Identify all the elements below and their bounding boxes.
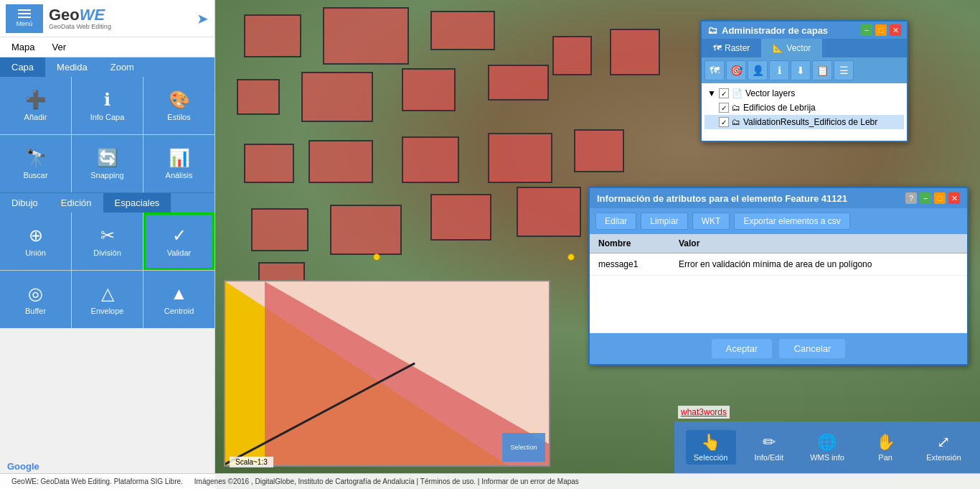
menu-button[interactable]: Menú [6, 4, 43, 33]
logo-we: WE [80, 6, 105, 24]
analisis-label: Análisis [166, 171, 193, 180]
cancelar-button[interactable]: Cancelar [779, 339, 845, 358]
scale-bar: Scala~1:3 [230, 457, 273, 467]
minimize-button[interactable]: − [861, 24, 872, 36]
hamburger-line [18, 17, 31, 18]
building-overlay [244, 144, 294, 183]
tree-arrow: ▼ [707, 88, 716, 98]
envelope-icon: △ [101, 284, 114, 304]
info-edit-tool[interactable]: ✏ Info/Edit [744, 430, 794, 465]
table-row: message1 Error en validación mínima de a… [590, 253, 967, 276]
tab-zoom[interactable]: Zoom [99, 57, 146, 77]
layer-tree-root: ▼ ✓ 📄 Vector layers [705, 86, 904, 101]
capa-icon-grid: ➕ Añadir ℹ Info Capa 🎨 Estilos 🔭 Buscar … [0, 77, 215, 192]
snapping-icon: 🔄 [97, 148, 118, 168]
wms-info-tool[interactable]: 🌐 WMS info [802, 430, 852, 465]
centroid-label: Centroid [164, 307, 194, 315]
layer-tool-download[interactable]: ⬇ [791, 60, 811, 80]
tab-dibujo[interactable]: Dibujo [0, 193, 50, 213]
building-overlay [430, 194, 491, 241]
layer-tool-map[interactable]: 🗺 [705, 60, 725, 80]
tab-medida[interactable]: Medida [45, 57, 99, 77]
seleccion-tool[interactable]: 👆 Selección [686, 430, 736, 465]
mini-map-label: Selection [510, 444, 537, 451]
layer-tab-vector[interactable]: 📐 Vector [761, 39, 822, 57]
estilos-button[interactable]: 🎨 Estilos [143, 77, 215, 134]
wms-info-label: WMS info [810, 453, 844, 462]
buscar-label: Buscar [23, 171, 47, 180]
bottom-toolbar: 👆 Selección ✏ Info/Edit 🌐 WMS info ✋ Pan… [674, 422, 980, 473]
extension-tool[interactable]: ⤢ Extensión [918, 430, 969, 465]
buffer-label: Buffer [25, 307, 46, 315]
building-overlay [402, 68, 456, 111]
attr-restore-button[interactable]: □ [934, 192, 946, 204]
analisis-button[interactable]: 📊 Análisis [143, 135, 215, 192]
centroid-button[interactable]: ▲ Centroid [143, 271, 215, 328]
status-bar: Google GeoWE: GeoData Web Editing. Plata… [0, 473, 980, 489]
app-logo: GeoWE GeoData Web Editing [49, 7, 111, 30]
validation-checkbox[interactable]: ✓ [719, 117, 729, 127]
menu-item-mapa[interactable]: Mapa [3, 39, 44, 55]
attr-close-button[interactable]: ✕ [948, 192, 960, 204]
info-capa-button[interactable]: ℹ Info Capa [72, 77, 143, 134]
buffer-button[interactable]: ◎ Buffer [0, 271, 71, 328]
tab-espaciales[interactable]: Espaciales [103, 193, 171, 213]
attr-footer: Aceptar Cancelar [590, 333, 967, 364]
attr-minimize-button[interactable]: − [920, 192, 931, 204]
layer-icon-validation: 🗂 [732, 117, 740, 127]
yellow-dot [567, 253, 575, 261]
what3words-link[interactable]: what3words [678, 406, 730, 419]
attr-help-button[interactable]: ? [905, 192, 917, 204]
attr-toolbar: Editar Limpiar WKT Exportar elementos a … [590, 208, 967, 234]
layer-tab-raster[interactable]: 🗺 Raster [702, 39, 761, 57]
union-button[interactable]: ⊕ Unión [0, 213, 71, 270]
building-overlay [574, 129, 624, 172]
layer-tool-person[interactable]: 👤 [748, 60, 768, 80]
building-overlay [488, 133, 552, 183]
aceptar-button[interactable]: Aceptar [712, 339, 773, 358]
building-overlay [308, 140, 373, 183]
google-logo: Google [7, 461, 39, 472]
editar-button[interactable]: Editar [595, 213, 636, 230]
tab-capa[interactable]: Capa [0, 57, 45, 77]
building-overlay [244, 14, 301, 57]
wkt-button[interactable]: WKT [692, 213, 730, 230]
layer-tool-info[interactable]: ℹ [769, 60, 789, 80]
info-icon: ℹ [104, 90, 110, 110]
layer-tool-list[interactable]: ☰ [834, 60, 854, 80]
menu-item-ver[interactable]: Ver [44, 39, 75, 55]
validar-button[interactable]: ✓ Validar [143, 213, 215, 270]
layer-tool-copy[interactable]: 📋 [812, 60, 832, 80]
layer-content: ▼ ✓ 📄 Vector layers ✓ 🗂 Edificios de Leb… [702, 83, 907, 141]
layer-manager-controls: − □ ✕ [861, 24, 901, 36]
edificios-label: Edificios de Lebrija [743, 103, 816, 113]
building-overlay [323, 7, 409, 65]
hamburger-line [18, 13, 31, 14]
hamburger-line [18, 9, 31, 11]
validar-icon: ✓ [172, 225, 187, 246]
limpiar-button[interactable]: Limpiar [641, 213, 687, 230]
app-logo-title: GeoWE [49, 7, 111, 23]
building-overlay [552, 36, 592, 75]
division-button[interactable]: ✂ División [72, 213, 143, 270]
building-overlay [402, 136, 459, 183]
attr-panel-title: Información de atributos para el element… [597, 193, 847, 204]
close-button[interactable]: ✕ [890, 24, 901, 36]
tab-edicion[interactable]: Edición [50, 193, 103, 213]
info-edit-icon: ✏ [763, 433, 776, 452]
edificios-checkbox[interactable]: ✓ [719, 103, 729, 113]
layer-tool-target[interactable]: 🎯 [726, 60, 746, 80]
añadir-button[interactable]: ➕ Añadir [0, 77, 71, 134]
navigation-icon: ➤ [197, 10, 209, 27]
pan-tool[interactable]: ✋ Pan [860, 430, 910, 465]
restore-button[interactable]: □ [875, 24, 887, 36]
envelope-button[interactable]: △ Envelope [72, 271, 143, 328]
vector-layers-checkbox[interactable]: ✓ [719, 88, 729, 98]
seleccion-icon: 👆 [701, 433, 720, 452]
snapping-button[interactable]: 🔄 Snapping [72, 135, 143, 192]
layer-tree-validation: ✓ 🗂 ValidationResults_Edificios de Lebr [705, 115, 904, 129]
attr-panel-header: Información de atributos para el element… [590, 188, 967, 208]
building-overlay [301, 72, 373, 122]
exportar-button[interactable]: Exportar elementos a csv [734, 213, 849, 230]
buscar-button[interactable]: 🔭 Buscar [0, 135, 71, 192]
